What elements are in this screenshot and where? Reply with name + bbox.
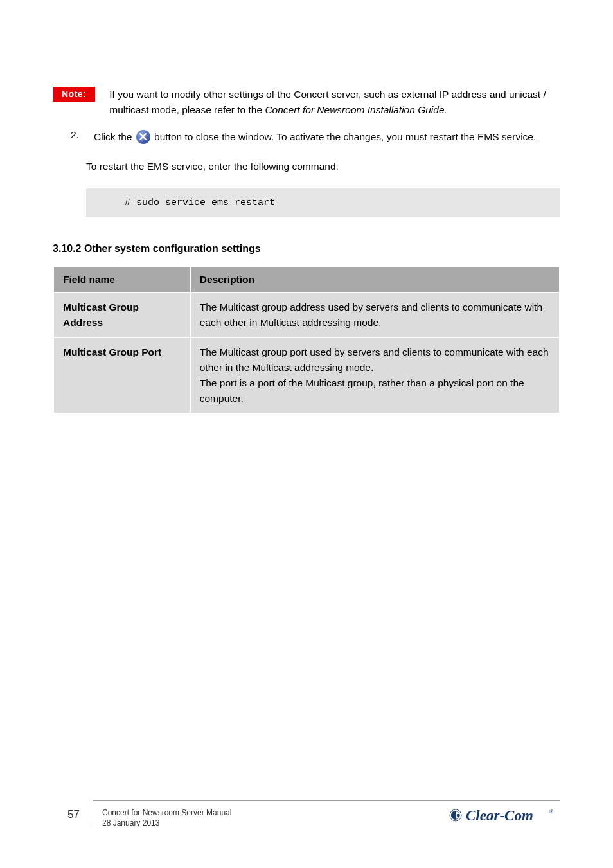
svg-text:Clear-Com: Clear-Com — [466, 808, 533, 824]
footer-left: 57 Concert for Newsroom Server Manual 28… — [53, 808, 231, 828]
page-footer: 57 Concert for Newsroom Server Manual 28… — [53, 800, 560, 829]
note-label: Note: — [62, 89, 86, 99]
note-badge: Note: — [53, 87, 95, 102]
footer-date: 28 January 2013 — [102, 818, 231, 828]
footer-doc-title: Concert for Newsroom Server Manual — [102, 808, 231, 818]
note-block: Note: If you want to modify other settin… — [53, 53, 560, 118]
config-settings-table: Field name Description Multicast Group A… — [53, 266, 560, 414]
step-text-before: Click the — [94, 131, 135, 142]
clear-com-logo: Clear-Com ® — [448, 804, 560, 829]
section-heading: 3.10.2 Other system configuration settin… — [53, 243, 560, 255]
th-description: Description — [190, 267, 560, 293]
step-number: 2. — [71, 129, 82, 141]
cell-description: The Multicast group port used by servers… — [190, 338, 560, 413]
footer-vertical-divider — [91, 801, 91, 826]
step-text-after: button to close the window. To activate … — [154, 131, 536, 142]
cell-field-name: Multicast Group Port — [53, 338, 190, 413]
step-body: Click the button to close the window. To… — [94, 129, 536, 145]
footer-content: 57 Concert for Newsroom Server Manual 28… — [53, 808, 560, 829]
note-body-text: If you want to modify other settings of … — [109, 89, 546, 115]
step-2: 2. Click the button to close the window.… — [71, 129, 560, 145]
svg-text:®: ® — [549, 809, 553, 815]
footer-text: Concert for Newsroom Server Manual 28 Ja… — [102, 808, 231, 828]
th-field-name: Field name — [53, 267, 190, 293]
cell-description: The Multicast group address used by serv… — [190, 293, 560, 338]
svg-point-4 — [457, 814, 460, 817]
table-row: Multicast Group Port The Multicast group… — [53, 338, 560, 413]
cell-field-name: Multicast Group Address — [53, 293, 190, 338]
close-window-icon — [136, 130, 150, 144]
restart-paragraph: To restart the EMS service, enter the fo… — [86, 159, 560, 174]
code-block: # sudo service ems restart — [86, 188, 560, 217]
page-number: 57 — [53, 808, 80, 821]
note-text: If you want to modify other settings of … — [109, 87, 560, 118]
table-row: Multicast Group Address The Multicast gr… — [53, 293, 560, 338]
table-header-row: Field name Description — [53, 267, 560, 293]
footer-divider — [93, 800, 560, 801]
